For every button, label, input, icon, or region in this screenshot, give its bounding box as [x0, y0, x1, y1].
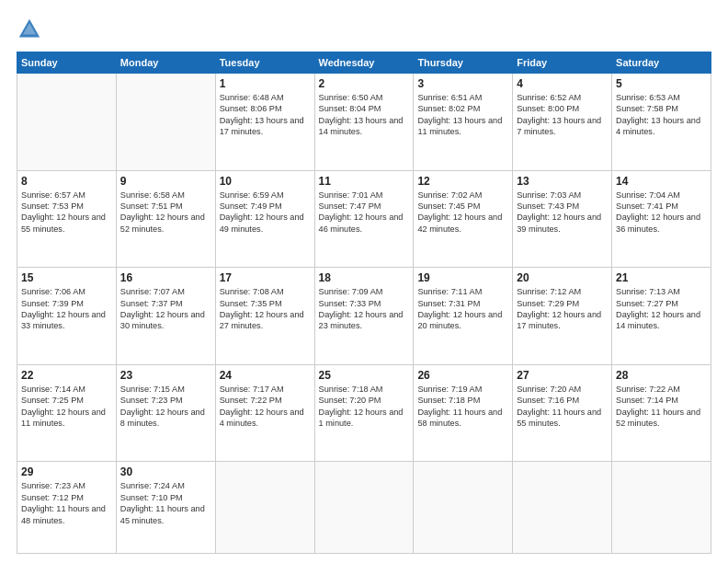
- day-number: 13: [517, 175, 608, 188]
- day-number: 30: [120, 465, 211, 478]
- header-wednesday: Wednesday: [314, 52, 414, 74]
- logo: [17, 17, 46, 42]
- day-info: Sunrise: 6:51 AMSunset: 8:02 PMDaylight:…: [417, 92, 508, 138]
- day-number: 26: [417, 369, 508, 382]
- calendar-cell: 8Sunrise: 6:57 AMSunset: 7:53 PMDaylight…: [17, 170, 117, 268]
- day-info: Sunrise: 7:15 AMSunset: 7:23 PMDaylight:…: [120, 384, 211, 430]
- calendar-cell: 28Sunrise: 7:22 AMSunset: 7:14 PMDayligh…: [612, 364, 711, 462]
- day-number: 14: [616, 175, 707, 188]
- day-info: Sunrise: 7:24 AMSunset: 7:10 PMDaylight:…: [120, 480, 211, 526]
- calendar-cell: 9Sunrise: 6:58 AMSunset: 7:51 PMDaylight…: [116, 170, 215, 268]
- day-number: 29: [21, 465, 112, 478]
- day-number: 1: [220, 77, 311, 90]
- day-info: Sunrise: 7:09 AMSunset: 7:33 PMDaylight:…: [319, 286, 410, 332]
- day-number: 19: [417, 271, 508, 284]
- calendar-cell: 30Sunrise: 7:24 AMSunset: 7:10 PMDayligh…: [116, 462, 215, 554]
- calendar-cell: 2Sunrise: 6:50 AMSunset: 8:04 PMDaylight…: [314, 74, 414, 171]
- calendar-week-row: 15Sunrise: 7:06 AMSunset: 7:39 PMDayligh…: [17, 268, 711, 365]
- calendar-cell: 15Sunrise: 7:06 AMSunset: 7:39 PMDayligh…: [17, 268, 117, 365]
- calendar-cell: 13Sunrise: 7:03 AMSunset: 7:43 PMDayligh…: [513, 170, 612, 268]
- calendar-cell: 17Sunrise: 7:08 AMSunset: 7:35 PMDayligh…: [215, 268, 314, 365]
- header-thursday: Thursday: [414, 52, 513, 74]
- day-info: Sunrise: 7:07 AMSunset: 7:37 PMDaylight:…: [120, 286, 211, 332]
- header-friday: Friday: [513, 52, 612, 74]
- day-info: Sunrise: 6:48 AMSunset: 8:06 PMDaylight:…: [220, 92, 311, 138]
- day-number: 3: [417, 77, 508, 90]
- calendar-cell: 10Sunrise: 6:59 AMSunset: 7:49 PMDayligh…: [215, 170, 314, 268]
- day-info: Sunrise: 7:02 AMSunset: 7:45 PMDaylight:…: [417, 190, 508, 236]
- day-info: Sunrise: 7:23 AMSunset: 7:12 PMDaylight:…: [21, 480, 112, 526]
- day-number: 21: [616, 271, 707, 284]
- day-info: Sunrise: 6:57 AMSunset: 7:53 PMDaylight:…: [21, 190, 112, 236]
- day-info: Sunrise: 7:13 AMSunset: 7:27 PMDaylight:…: [616, 286, 707, 332]
- calendar-cell: 24Sunrise: 7:17 AMSunset: 7:22 PMDayligh…: [215, 364, 314, 462]
- calendar-week-row: 1Sunrise: 6:48 AMSunset: 8:06 PMDaylight…: [17, 74, 711, 171]
- day-info: Sunrise: 6:50 AMSunset: 8:04 PMDaylight:…: [319, 92, 410, 138]
- calendar-cell: 25Sunrise: 7:18 AMSunset: 7:20 PMDayligh…: [314, 364, 414, 462]
- day-number: 5: [616, 77, 707, 90]
- day-info: Sunrise: 7:08 AMSunset: 7:35 PMDaylight:…: [220, 286, 311, 332]
- day-info: Sunrise: 7:17 AMSunset: 7:22 PMDaylight:…: [220, 384, 311, 430]
- calendar-cell: [116, 74, 215, 171]
- calendar-cell: 14Sunrise: 7:04 AMSunset: 7:41 PMDayligh…: [612, 170, 711, 268]
- calendar-table: Sunday Monday Tuesday Wednesday Thursday…: [17, 52, 711, 554]
- day-info: Sunrise: 7:22 AMSunset: 7:14 PMDaylight:…: [616, 384, 707, 430]
- day-number: 25: [319, 369, 410, 382]
- day-info: Sunrise: 7:12 AMSunset: 7:29 PMDaylight:…: [517, 286, 608, 332]
- day-number: 2: [319, 77, 410, 90]
- day-info: Sunrise: 7:04 AMSunset: 7:41 PMDaylight:…: [616, 190, 707, 236]
- calendar-week-row: 22Sunrise: 7:14 AMSunset: 7:25 PMDayligh…: [17, 364, 711, 462]
- day-number: 9: [120, 175, 211, 188]
- weekday-header-row: Sunday Monday Tuesday Wednesday Thursday…: [17, 52, 711, 74]
- header-saturday: Saturday: [612, 52, 711, 74]
- calendar-week-row: 8Sunrise: 6:57 AMSunset: 7:53 PMDaylight…: [17, 170, 711, 268]
- day-info: Sunrise: 6:58 AMSunset: 7:51 PMDaylight:…: [120, 190, 211, 236]
- day-info: Sunrise: 7:18 AMSunset: 7:20 PMDaylight:…: [319, 384, 410, 430]
- day-number: 23: [120, 369, 211, 382]
- day-info: Sunrise: 6:59 AMSunset: 7:49 PMDaylight:…: [220, 190, 311, 236]
- day-number: 22: [21, 369, 112, 382]
- calendar-cell: [414, 462, 513, 554]
- calendar-cell: [612, 462, 711, 554]
- calendar-cell: 12Sunrise: 7:02 AMSunset: 7:45 PMDayligh…: [414, 170, 513, 268]
- calendar-cell: [215, 462, 314, 554]
- calendar-cell: 11Sunrise: 7:01 AMSunset: 7:47 PMDayligh…: [314, 170, 414, 268]
- day-number: 17: [220, 271, 311, 284]
- day-number: 4: [517, 77, 608, 90]
- calendar-page: Sunday Monday Tuesday Wednesday Thursday…: [0, 0, 728, 563]
- day-number: 8: [21, 175, 112, 188]
- calendar-cell: 19Sunrise: 7:11 AMSunset: 7:31 PMDayligh…: [414, 268, 513, 365]
- day-info: Sunrise: 6:53 AMSunset: 7:58 PMDaylight:…: [616, 92, 707, 138]
- day-number: 10: [220, 175, 311, 188]
- calendar-cell: [314, 462, 414, 554]
- calendar-cell: 18Sunrise: 7:09 AMSunset: 7:33 PMDayligh…: [314, 268, 414, 365]
- calendar-cell: 29Sunrise: 7:23 AMSunset: 7:12 PMDayligh…: [17, 462, 117, 554]
- header-monday: Monday: [116, 52, 215, 74]
- day-info: Sunrise: 7:19 AMSunset: 7:18 PMDaylight:…: [417, 384, 508, 430]
- day-number: 12: [417, 175, 508, 188]
- calendar-cell: 20Sunrise: 7:12 AMSunset: 7:29 PMDayligh…: [513, 268, 612, 365]
- page-header: [17, 17, 711, 42]
- calendar-cell: 22Sunrise: 7:14 AMSunset: 7:25 PMDayligh…: [17, 364, 117, 462]
- logo-icon: [17, 17, 42, 42]
- day-number: 15: [21, 271, 112, 284]
- calendar-cell: 27Sunrise: 7:20 AMSunset: 7:16 PMDayligh…: [513, 364, 612, 462]
- day-number: 18: [319, 271, 410, 284]
- day-info: Sunrise: 7:11 AMSunset: 7:31 PMDaylight:…: [417, 286, 508, 332]
- calendar-cell: [513, 462, 612, 554]
- calendar-cell: [17, 74, 117, 171]
- calendar-cell: 23Sunrise: 7:15 AMSunset: 7:23 PMDayligh…: [116, 364, 215, 462]
- day-info: Sunrise: 7:03 AMSunset: 7:43 PMDaylight:…: [517, 190, 608, 236]
- calendar-cell: 26Sunrise: 7:19 AMSunset: 7:18 PMDayligh…: [414, 364, 513, 462]
- day-number: 16: [120, 271, 211, 284]
- day-number: 11: [319, 175, 410, 188]
- calendar-cell: 3Sunrise: 6:51 AMSunset: 8:02 PMDaylight…: [414, 74, 513, 171]
- day-number: 28: [616, 369, 707, 382]
- header-sunday: Sunday: [17, 52, 117, 74]
- day-info: Sunrise: 6:52 AMSunset: 8:00 PMDaylight:…: [517, 92, 608, 138]
- calendar-cell: 1Sunrise: 6:48 AMSunset: 8:06 PMDaylight…: [215, 74, 314, 171]
- day-info: Sunrise: 7:01 AMSunset: 7:47 PMDaylight:…: [319, 190, 410, 236]
- day-info: Sunrise: 7:20 AMSunset: 7:16 PMDaylight:…: [517, 384, 608, 430]
- calendar-cell: 4Sunrise: 6:52 AMSunset: 8:00 PMDaylight…: [513, 74, 612, 171]
- day-number: 24: [220, 369, 311, 382]
